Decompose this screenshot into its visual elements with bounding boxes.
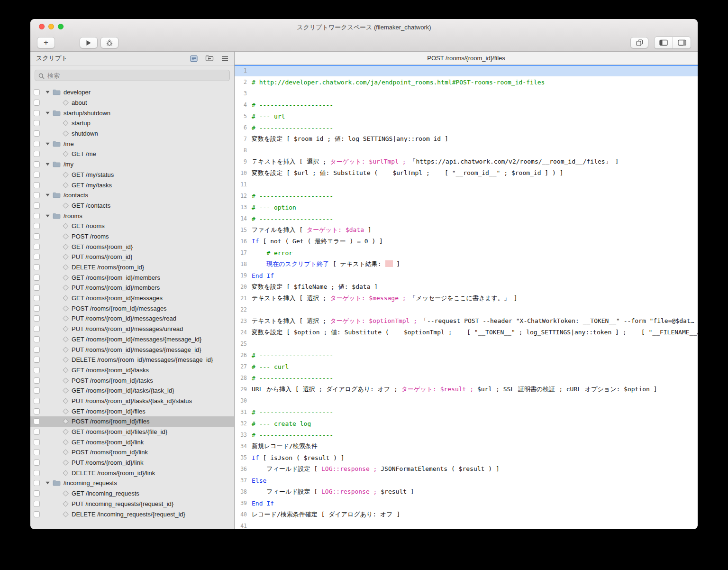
include-checkbox[interactable] bbox=[34, 172, 40, 178]
tree-script-row[interactable]: GET /rooms bbox=[30, 221, 234, 231]
tree-script-row[interactable]: DELETE /incoming_requests/{request_id} bbox=[30, 509, 234, 519]
tree-script-row[interactable]: GET /rooms/{room_id} bbox=[30, 241, 234, 252]
include-checkbox[interactable] bbox=[34, 264, 40, 270]
include-checkbox[interactable] bbox=[34, 449, 40, 455]
script-step-line[interactable]: 30 bbox=[235, 395, 698, 406]
script-step-line[interactable]: 11 bbox=[235, 179, 698, 190]
script-step-line[interactable]: 25 bbox=[235, 338, 698, 349]
script-step-line[interactable]: 5# --- url bbox=[235, 110, 698, 122]
include-checkbox[interactable] bbox=[34, 202, 40, 209]
scripts-tree[interactable]: developeraboutstartup/shutdownstartupshu… bbox=[30, 84, 234, 529]
script-step-line[interactable]: 8 bbox=[235, 145, 698, 156]
script-step-line[interactable]: 38 フィールド設定 [ LOG::response ; $result ] bbox=[235, 486, 698, 497]
script-step-line[interactable]: 12# -------------------- bbox=[235, 190, 698, 202]
tree-folder-row[interactable]: startup/shutdown bbox=[30, 108, 234, 118]
script-step-line[interactable]: 19End If bbox=[235, 270, 698, 281]
tree-script-row[interactable]: POST /rooms/{room_id}/link bbox=[30, 447, 234, 458]
include-checkbox[interactable] bbox=[34, 460, 40, 466]
include-checkbox[interactable] bbox=[34, 315, 40, 322]
toggle-left-pane-button[interactable] bbox=[655, 37, 673, 48]
tree-script-row[interactable]: GET /my/tasks bbox=[30, 180, 234, 190]
include-checkbox[interactable] bbox=[34, 233, 40, 239]
script-step-line[interactable]: 40レコード/検索条件確定 [ ダイアログあり: オフ ] bbox=[235, 509, 698, 520]
tree-script-row[interactable]: GET /rooms/{room_id}/files bbox=[30, 406, 234, 416]
tree-script-row[interactable]: POST /rooms/{room_id}/messages bbox=[30, 303, 234, 313]
new-script-button[interactable]: + bbox=[37, 37, 55, 48]
tree-folder-row[interactable]: /my bbox=[30, 159, 234, 170]
script-step-line[interactable]: 13# --- option bbox=[235, 202, 698, 213]
script-step-line[interactable]: 15ファイルを挿入 [ ターゲット: $data ] bbox=[235, 224, 698, 236]
script-step-line[interactable]: 26# -------------------- bbox=[235, 349, 698, 361]
tree-script-row[interactable]: DELETE /rooms/{room_id} bbox=[30, 262, 234, 273]
script-step-line[interactable]: 18 現在のスクリプト終了 [ テキスト結果: ] bbox=[235, 258, 698, 270]
include-checkbox[interactable] bbox=[34, 213, 40, 219]
tree-script-row[interactable]: GET /rooms/{room_id}/members bbox=[30, 272, 234, 283]
script-step-line[interactable]: 21テキストを挿入 [ 選択 ; ターゲット: $message ; 「メッセー… bbox=[235, 293, 698, 304]
tree-script-row[interactable]: PUT /rooms/{room_id}/link bbox=[30, 458, 234, 468]
tree-script-row[interactable]: POST /rooms/{room_id}/tasks bbox=[30, 375, 234, 386]
tree-script-row[interactable]: GET /incoming_requests bbox=[30, 488, 234, 499]
disclosure-triangle-icon[interactable] bbox=[46, 193, 53, 197]
tree-script-row[interactable]: about bbox=[30, 98, 234, 108]
list-options-menu-icon[interactable] bbox=[221, 56, 228, 61]
script-step-line[interactable]: 28# -------------------- bbox=[235, 372, 698, 384]
script-step-line[interactable]: 39End If bbox=[235, 497, 698, 509]
script-step-line[interactable]: 23テキストを挿入 [ 選択 ; ターゲット: $optionTmpl ; 「-… bbox=[235, 315, 698, 327]
script-step-line[interactable]: 32# --- create log bbox=[235, 418, 698, 429]
include-checkbox[interactable] bbox=[34, 511, 40, 517]
include-checkbox[interactable] bbox=[34, 161, 40, 167]
script-step-line[interactable]: 29URL から挿入 [ 選択 ; ダイアログあり: オフ ; ターゲット: $… bbox=[235, 384, 698, 395]
include-checkbox[interactable] bbox=[34, 141, 40, 147]
script-step-line[interactable]: 16If [ not ( Get ( 最終エラー ) = 0 ) ] bbox=[235, 236, 698, 247]
disclosure-triangle-icon[interactable] bbox=[46, 481, 53, 485]
include-checkbox[interactable] bbox=[34, 470, 40, 476]
disclosure-triangle-icon[interactable] bbox=[46, 91, 53, 94]
tree-script-row[interactable]: GET /rooms/{room_id}/files/{file_id} bbox=[30, 427, 234, 437]
run-script-button[interactable] bbox=[80, 37, 98, 48]
tree-script-row[interactable]: POST /rooms bbox=[30, 231, 234, 242]
tree-folder-row[interactable]: /rooms bbox=[30, 211, 234, 221]
tree-script-row[interactable]: PUT /rooms/{room_id}/members bbox=[30, 283, 234, 293]
include-checkbox[interactable] bbox=[34, 89, 40, 95]
tree-folder-row[interactable]: developer bbox=[30, 87, 234, 98]
tree-folder-row[interactable]: /incoming_requests bbox=[30, 478, 234, 488]
include-checkbox[interactable] bbox=[34, 439, 40, 445]
tree-script-row[interactable]: PUT /rooms/{room_id}/messages/{message_i… bbox=[30, 344, 234, 355]
tree-folder-row[interactable]: /me bbox=[30, 138, 234, 149]
include-checkbox[interactable] bbox=[34, 326, 40, 332]
tree-script-row[interactable]: PUT /rooms/{room_id}/tasks/{task_id}/sta… bbox=[30, 396, 234, 406]
script-step-line[interactable]: 9テキストを挿入 [ 選択 ; ターゲット: $urlTmpl ; 「https… bbox=[235, 156, 698, 167]
include-checkbox[interactable] bbox=[34, 182, 40, 188]
tree-script-row[interactable]: startup bbox=[30, 118, 234, 129]
script-step-line[interactable]: 22 bbox=[235, 304, 698, 315]
tree-script-row[interactable]: GET /rooms/{room_id}/link bbox=[30, 437, 234, 447]
tree-script-row[interactable]: POST /rooms/{room_id}/files bbox=[30, 416, 234, 427]
disclosure-triangle-icon[interactable] bbox=[46, 111, 53, 115]
script-step-line[interactable]: 37Else bbox=[235, 475, 698, 486]
script-list-view-icon[interactable] bbox=[190, 55, 198, 62]
tree-script-row[interactable]: PUT /incoming_requests/{request_id} bbox=[30, 499, 234, 509]
include-checkbox[interactable] bbox=[34, 398, 40, 404]
include-checkbox[interactable] bbox=[34, 347, 40, 353]
include-checkbox[interactable] bbox=[34, 490, 40, 496]
include-checkbox[interactable] bbox=[34, 357, 40, 363]
tree-script-row[interactable]: PUT /rooms/{room_id} bbox=[30, 252, 234, 262]
include-checkbox[interactable] bbox=[34, 418, 40, 424]
script-step-line[interactable]: 7変数を設定 [ $room_id ; 値: log_SETTINGS|any:… bbox=[235, 133, 698, 145]
include-checkbox[interactable] bbox=[34, 377, 40, 384]
disclosure-triangle-icon[interactable] bbox=[46, 142, 53, 146]
include-checkbox[interactable] bbox=[34, 254, 40, 260]
script-step-line[interactable]: 14# -------------------- bbox=[235, 213, 698, 224]
script-step-line[interactable]: 4# -------------------- bbox=[235, 99, 698, 110]
search-input[interactable] bbox=[35, 70, 230, 81]
include-checkbox[interactable] bbox=[34, 367, 40, 373]
tree-script-row[interactable]: GET /contacts bbox=[30, 201, 234, 211]
include-checkbox[interactable] bbox=[34, 285, 40, 291]
include-checkbox[interactable] bbox=[34, 501, 40, 507]
script-step-line[interactable]: 1 bbox=[235, 65, 698, 76]
include-checkbox[interactable] bbox=[34, 130, 40, 137]
script-steps-list[interactable]: 12# http://developer.chatwork.com/ja/end… bbox=[235, 65, 698, 529]
include-checkbox[interactable] bbox=[34, 387, 40, 394]
disclosure-triangle-icon[interactable] bbox=[46, 163, 53, 166]
include-checkbox[interactable] bbox=[34, 192, 40, 198]
